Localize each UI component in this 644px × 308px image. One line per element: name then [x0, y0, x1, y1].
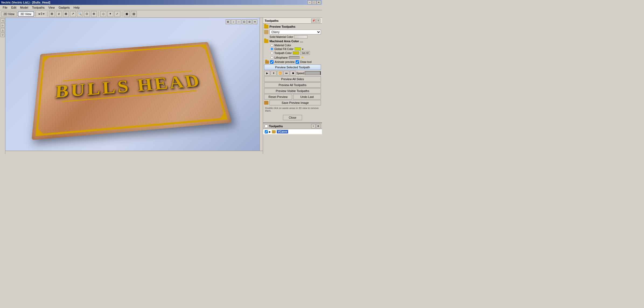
view-2d-button[interactable]: 2D View — [1, 12, 17, 16]
set-all-button[interactable]: Set All — [300, 51, 310, 55]
play-button[interactable]: ▶ — [264, 71, 270, 76]
maximize-button[interactable]: □ — [312, 1, 316, 4]
vcarve-checkbox[interactable] — [265, 130, 268, 133]
zoom-button[interactable]: 🔍 — [77, 11, 83, 17]
animate-preview-checkbox[interactable] — [270, 60, 274, 64]
menu-bar: File Edit Model Toolpaths View Gadgets H… — [0, 5, 322, 10]
preview-toolpaths-section: Preview Toolpaths Cherry Oak Walnut Pine… — [263, 24, 322, 123]
menu-toolpaths[interactable]: Toolpaths — [30, 5, 46, 10]
vp-btn-3[interactable]: ↔ — [236, 19, 241, 24]
preview-visible-button[interactable]: Preview Visible Toolpaths — [264, 88, 321, 94]
left-tool-3[interactable]: △ — [1, 28, 5, 32]
vcarve-name[interactable]: VCarve — [277, 130, 288, 133]
toolbar-separator-4 — [122, 11, 122, 17]
close-window-button[interactable]: ✕ — [317, 1, 321, 4]
star-button[interactable]: ✦ — [107, 11, 113, 17]
grid-button[interactable]: # — [56, 11, 62, 17]
vcarve-toolpath-item[interactable]: ▶ VCarve — [263, 129, 322, 134]
snap-button[interactable]: ⊞ — [49, 11, 55, 17]
circle-button[interactable]: ⊙ — [84, 11, 90, 17]
panel-pin-button[interactable]: 📌 — [311, 19, 316, 23]
menu-model[interactable]: Model — [19, 5, 30, 10]
material-dropdown-row: Cherry Oak Walnut Pine — [264, 30, 321, 34]
menu-file[interactable]: File — [1, 5, 9, 10]
global-fill-radio[interactable] — [271, 48, 273, 50]
material-color-row: Material Color — [264, 44, 321, 47]
diamond-button[interactable]: ◇ — [100, 11, 106, 17]
undo-last-button[interactable]: Undo Last — [293, 94, 321, 100]
vertical-scrollbar[interactable] — [260, 18, 263, 151]
global-fill-color-swatch[interactable] — [295, 47, 301, 51]
toolpath-color-radio[interactable] — [271, 52, 273, 54]
panel-help-button[interactable]: ? — [316, 19, 320, 23]
left-panel: ◁ ▷ △ ▽ — [0, 18, 5, 154]
solid-material-swatch[interactable] — [294, 35, 307, 38]
horizontal-scrollbar[interactable] — [5, 151, 263, 154]
vcarve-folder-icon — [272, 130, 276, 133]
reset-undo-row: Reset Preview Undo Last — [264, 94, 321, 100]
menu-edit[interactable]: Edit — [10, 5, 18, 10]
toolpaths-checkbox[interactable] — [265, 125, 268, 128]
fff-button[interactable]: ⏭ — [284, 71, 289, 76]
solid-material-row: Solid Material Color — [264, 35, 321, 38]
toolpath-color-swatch[interactable] — [293, 51, 299, 55]
preview-selected-button[interactable]: Preview Selected Toolpath — [264, 65, 321, 70]
lithophane-radio[interactable] — [271, 56, 273, 59]
toolpath1-button[interactable]: ▣ — [124, 11, 130, 17]
stop-button[interactable]: ⏹ — [290, 71, 296, 76]
material-color-radio[interactable] — [271, 44, 273, 47]
info-text: Double click on waste areas in 3D view t… — [264, 106, 321, 113]
pause-button[interactable]: ⏸ — [271, 71, 276, 76]
preview-section-title: Preview Toolpaths — [270, 25, 295, 28]
toolbar-separator-1 — [36, 11, 36, 17]
speed-slider[interactable] — [305, 71, 321, 75]
vp-btn-2[interactable]: ↕ — [231, 19, 236, 24]
global-fill-dropdown-arrow[interactable]: ▾ — [302, 48, 303, 51]
wood-sign: BULLS HEAD — [32, 42, 232, 140]
left-tool-2[interactable]: ▷ — [1, 23, 5, 27]
reset-preview-button[interactable]: Reset Preview — [264, 94, 292, 100]
menu-gadgets[interactable]: Gadgets — [57, 5, 71, 10]
preview-all-sides-button[interactable]: Preview All Sides — [264, 76, 321, 82]
solid-material-label: Solid Material Color — [270, 36, 293, 38]
panel-header-icons: 📌 ? — [311, 19, 320, 23]
menu-help[interactable]: Help — [72, 5, 81, 10]
toolpaths-add-button[interactable]: + — [311, 124, 316, 128]
panel-title: Toolpaths — [265, 19, 279, 22]
close-button[interactable]: Close — [283, 115, 302, 120]
lithophane-row: Lithophane ☀ — [264, 55, 321, 60]
save-preview-button[interactable]: Save Preview Image — [270, 100, 321, 105]
menu-view[interactable]: View — [47, 5, 57, 10]
title-bar: Vectric (Vectric Ltd.) - [Bulls_Head] – … — [0, 0, 322, 5]
machined-folder-icon — [264, 39, 268, 43]
check-button[interactable]: ✓ — [114, 11, 120, 17]
main-layout: ◁ ▷ △ ▽ BULLS HEAD — [0, 18, 322, 154]
ff-button[interactable]: ⏩ — [277, 71, 283, 76]
view-3d-button[interactable]: 3D View — [18, 12, 34, 16]
layer-indicator[interactable]: ● 0 ▾ — [37, 12, 46, 15]
draw-tool-label: Draw tool — [300, 61, 312, 63]
left-tool-1[interactable]: ◁ — [1, 18, 5, 23]
toolpaths-lower-section: Toolpaths + ⚙ ▶ VCarve — [263, 123, 322, 154]
lithophane-slider[interactable] — [289, 56, 300, 59]
preview-all-toolpaths-button[interactable]: Preview All Toolpaths — [264, 82, 321, 88]
sun-icon: ☀ — [301, 55, 304, 60]
transport-controls: ▶ ⏸ ⏩ ⏭ ⏹ Speed — [264, 71, 321, 76]
draw-tool-checkbox[interactable] — [296, 60, 299, 64]
grid2-button[interactable]: ⊠ — [63, 11, 69, 17]
vp-btn-1[interactable]: ⊞ — [226, 19, 230, 24]
vp-btn-6[interactable]: ⇔ — [253, 19, 257, 24]
vp-btn-4[interactable]: ⊡ — [242, 19, 247, 24]
canvas-area[interactable]: BULLS HEAD ⊞ ↕ ↔ ⊡ ⊟ ⇔ — [5, 18, 263, 154]
expand-icon[interactable]: ▶ — [269, 130, 271, 133]
select-button[interactable]: ⊕ — [91, 11, 97, 17]
toolbar: 2D View 3D View ● 0 ▾ ⊞ # ⊠ ↗ 🔍 ⊙ ⊕ ◇ ✦ … — [0, 10, 322, 18]
vp-btn-5[interactable]: ⊟ — [247, 19, 252, 24]
arrow-button[interactable]: ↗ — [70, 11, 76, 17]
toolbar-separator-2 — [47, 11, 47, 17]
minimize-button[interactable]: – — [307, 1, 312, 4]
toolpath2-button[interactable]: ▤ — [131, 11, 137, 17]
toolpaths-settings-button[interactable]: ⚙ — [316, 124, 320, 128]
left-tool-4[interactable]: ▽ — [1, 33, 5, 37]
material-select[interactable]: Cherry Oak Walnut Pine — [270, 30, 321, 34]
